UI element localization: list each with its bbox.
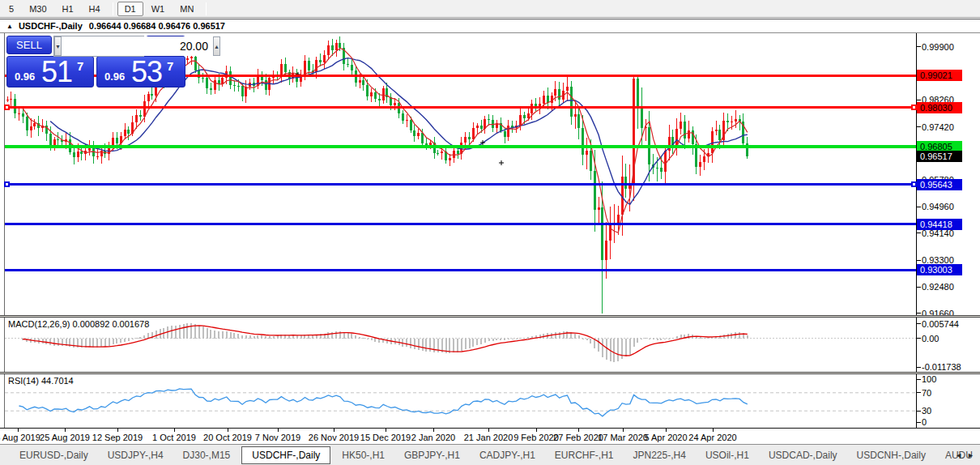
- rsi-axis-tick: [917, 422, 921, 423]
- level-price-label: 0.98030: [917, 102, 962, 113]
- time-axis-label: 1 Oct 2019: [152, 433, 196, 442]
- time-axis-label: 5 Apr 2020: [644, 433, 687, 442]
- time-axis-label: 6 Aug 2019: [0, 433, 40, 442]
- tab-usdjpy-h4[interactable]: USDJPY-,H4: [100, 447, 172, 463]
- line-handle-left[interactable]: [4, 105, 10, 110]
- chart-title-bar: ▲ USDCHF-,Daily 0.96644 0.96684 0.96476 …: [0, 19, 980, 33]
- buy-price-prefix: 0.96: [104, 70, 125, 83]
- chart-ohlc-values: 0.96644 0.96684 0.96476 0.96517: [89, 21, 225, 31]
- tab-usdcad-daily[interactable]: USDCAD-,Daily: [761, 447, 846, 463]
- time-axis-tick: [578, 429, 579, 432]
- rsi-panel[interactable]: RSI(14) 44.7014: [5, 374, 916, 427]
- time-axis-label: 15 Dec 2019: [360, 433, 411, 442]
- scroll-left-icon[interactable]: ◄: [955, 451, 962, 459]
- line-handle-right[interactable]: [911, 181, 917, 187]
- price-tick: [917, 207, 921, 207]
- horizontal-level-line[interactable]: [5, 183, 916, 186]
- macd-axis-tick: [917, 338, 921, 339]
- timeframe-h1[interactable]: H1: [55, 2, 81, 16]
- time-axis-tick: [386, 429, 386, 432]
- volume-increase-icon[interactable]: ▲: [213, 36, 220, 56]
- macd-axis-tick: [917, 367, 921, 368]
- time-axis-tick: [433, 429, 434, 432]
- rsi-axis-tick: [917, 392, 921, 393]
- chart-title: USDCHF-,Daily: [19, 21, 83, 31]
- tab-eurchf-h1[interactable]: EURCHF-,H1: [547, 447, 622, 463]
- time-axis-label: 12 Sep 2019: [92, 433, 143, 442]
- one-click-trading-panel: SELL ▼ ▲ BUY 0.96 51 7 0.96 53 7: [6, 36, 185, 87]
- macd-panel[interactable]: MACD(12,26,9) 0.000892 0.001678: [5, 318, 916, 373]
- macd-label: MACD(12,26,9) 0.000892 0.001678: [8, 319, 149, 329]
- timeframe-toolbar: 5M30H1H4D1W1MN: [0, 0, 980, 18]
- price-tick: [917, 126, 921, 127]
- rsi-label: RSI(14) 44.7014: [8, 376, 74, 386]
- line-handle-right[interactable]: [911, 105, 917, 110]
- price-axis: 0.999000.982600.974200.957800.949600.941…: [917, 33, 980, 444]
- tab-usdchf-daily[interactable]: USDCHF-,Daily: [241, 446, 330, 464]
- horizontal-level-line[interactable]: [5, 145, 916, 148]
- level-price-label: 0.95643: [917, 179, 962, 190]
- timeframe-w1[interactable]: W1: [144, 2, 173, 16]
- rsi-axis-tick: [917, 379, 921, 380]
- buy-price-big: 53: [131, 56, 162, 87]
- time-axis-tick: [65, 429, 66, 432]
- line-handle-left[interactable]: [4, 181, 10, 187]
- tab-dj30-m15[interactable]: DJ30-,M15: [175, 447, 239, 463]
- current-price-label: 0.96517: [917, 151, 962, 162]
- tab-eurusd-daily[interactable]: EURUSD-,Daily: [11, 447, 96, 463]
- tab-scroll-arrows: ◄►: [952, 445, 978, 465]
- collapse-icon[interactable]: ▲: [6, 23, 13, 30]
- timeframe-mn[interactable]: MN: [173, 2, 201, 16]
- time-axis-label: 21 Jan 2020: [464, 433, 513, 442]
- time-axis-tick: [334, 429, 334, 432]
- tab-usoil-h1[interactable]: USOil-,H1: [697, 447, 757, 463]
- volume-input[interactable]: [62, 36, 213, 56]
- sell-price-prefix: 0.96: [15, 70, 35, 83]
- horizontal-level-line[interactable]: [5, 269, 916, 271]
- timeframe-d1[interactable]: D1: [117, 2, 143, 16]
- timeframe-5[interactable]: 5: [2, 2, 21, 16]
- volume-decrease-icon[interactable]: ▼: [54, 36, 62, 56]
- toolbar-separator: [206, 2, 207, 15]
- price-tick: [917, 46, 921, 47]
- price-tick: [917, 260, 921, 261]
- sell-button[interactable]: SELL: [6, 36, 52, 54]
- cross-marker: [499, 160, 504, 165]
- time-axis-tick: [117, 429, 118, 432]
- time-axis-tick: [666, 429, 667, 432]
- macd-axis-label: -0.011738: [922, 362, 961, 372]
- sell-price-panel[interactable]: 0.96 51 7: [6, 56, 94, 87]
- macd-axis-label: 0.00: [922, 334, 939, 343]
- time-axis-label: 24 Apr 2020: [688, 433, 736, 442]
- time-axis-tick: [174, 429, 175, 432]
- rsi-canvas: [5, 374, 916, 427]
- time-axis-tick: [623, 429, 624, 432]
- price-tick: [917, 313, 921, 314]
- tab-jpn225-h4[interactable]: JPN225-,H4: [625, 447, 694, 463]
- time-axis-label: 20 Oct 2019: [203, 433, 252, 442]
- macd-axis-tick: [917, 323, 921, 324]
- horizontal-level-line[interactable]: [5, 223, 916, 225]
- tab-usdcnh-daily[interactable]: USDCNH-,Daily: [849, 447, 934, 463]
- rsi-axis-tick: [917, 411, 921, 412]
- horizontal-level-line[interactable]: [5, 106, 916, 109]
- sell-price-pips: 7: [77, 59, 83, 73]
- time-axis: 6 Aug 201925 Aug 201912 Sep 20191 Oct 20…: [0, 428, 980, 444]
- timeframe-h4[interactable]: H4: [82, 2, 108, 16]
- price-tick-label: 0.92480: [922, 282, 954, 292]
- tab-hk50-h1[interactable]: HK50-,H1: [334, 447, 393, 463]
- time-axis-tick: [536, 429, 537, 432]
- tab-gbpjpy-h1[interactable]: GBPJPY-,H1: [396, 447, 468, 463]
- time-axis-tick: [228, 429, 228, 432]
- tab-cadjpy-h1[interactable]: CADJPY-,H1: [471, 447, 543, 463]
- buy-price-pips: 7: [167, 59, 173, 73]
- sell-price-big: 51: [41, 56, 72, 87]
- price-tick: [917, 100, 921, 100]
- rsi-axis-label: 0: [922, 417, 927, 427]
- scroll-right-icon[interactable]: ►: [967, 451, 974, 459]
- time-axis-label: 17 Mar 2020: [598, 433, 648, 442]
- price-tick-label: 0.97420: [922, 122, 954, 132]
- buy-price-panel[interactable]: 0.96 53 7: [96, 56, 185, 87]
- timeframe-m30[interactable]: M30: [22, 2, 53, 16]
- time-axis-tick: [713, 429, 714, 432]
